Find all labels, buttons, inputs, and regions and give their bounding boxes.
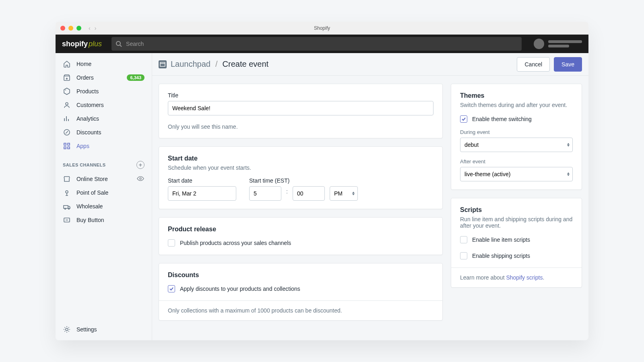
sidebar-item-label: Discounts xyxy=(76,129,144,136)
sidebar-item-orders[interactable]: Orders 6,343 xyxy=(56,71,152,84)
sidebar-item-analytics[interactable]: Analytics xyxy=(56,112,152,125)
enable-line-item-scripts-checkbox[interactable] xyxy=(460,236,467,243)
ampm-select[interactable] xyxy=(330,186,358,201)
sidebar-item-label: Apps xyxy=(76,143,144,149)
breadcrumb-parent[interactable]: Launchpad xyxy=(171,60,211,69)
discounts-icon xyxy=(63,128,71,136)
start-date-sub: Schedule when your event starts. xyxy=(168,165,433,171)
main-area: Launchpad / Create event Cancel Save Tit… xyxy=(152,53,588,340)
gear-icon xyxy=(63,325,71,333)
mac-titlebar: ‹ › Shopify xyxy=(56,22,588,35)
themes-heading: Themes xyxy=(460,92,573,99)
start-minute-input[interactable] xyxy=(293,186,325,201)
forward-icon[interactable]: › xyxy=(95,25,97,31)
publish-products-label: Publish products across your sales chann… xyxy=(180,240,291,246)
channel-label: Buy Button xyxy=(76,217,144,223)
sidebar-item-home[interactable]: Home xyxy=(56,57,152,71)
enable-line-item-scripts-label: Enable line item scripts xyxy=(472,237,530,243)
time-label: Start time (EST) xyxy=(249,177,358,184)
svg-point-0 xyxy=(116,41,120,45)
start-hour-input[interactable] xyxy=(249,186,281,201)
scripts-sub: Run line item and shipping scripts durin… xyxy=(460,216,573,229)
orders-icon xyxy=(63,74,71,82)
search-input[interactable] xyxy=(111,37,522,51)
apply-discounts-label: Apply discounts to your products and col… xyxy=(180,286,300,292)
sidebar-channel-buy-button[interactable]: Buy Button xyxy=(56,213,152,227)
cancel-button[interactable]: Cancel xyxy=(517,57,550,72)
themes-sub: Switch themes during and after your even… xyxy=(460,102,573,108)
enable-theme-switching-checkbox[interactable] xyxy=(460,115,467,123)
discounts-note: Only collections with a maximum of 1000 … xyxy=(168,307,342,314)
svg-line-1 xyxy=(120,45,122,47)
breadcrumb-separator: / xyxy=(215,60,218,69)
close-window-button[interactable] xyxy=(60,26,65,31)
during-event-select[interactable] xyxy=(460,138,573,152)
after-event-label: After event xyxy=(460,158,573,165)
content-scroll[interactable]: Title Only you will see this name. Start… xyxy=(152,76,588,340)
minimize-window-button[interactable] xyxy=(68,26,73,31)
time-colon: : xyxy=(286,188,288,199)
svg-rect-6 xyxy=(64,143,66,145)
svg-rect-8 xyxy=(64,147,66,149)
app-window: ‹ › Shopify shopifyplus Home xyxy=(56,22,588,340)
window-title: Shopify xyxy=(314,25,330,31)
title-card: Title Only you will see this name. xyxy=(159,84,443,138)
sidebar-item-discounts[interactable]: Discounts xyxy=(56,125,152,139)
products-icon xyxy=(63,87,71,95)
home-icon xyxy=(63,60,71,68)
sidebar-item-customers[interactable]: Customers xyxy=(56,98,152,112)
traffic-lights xyxy=(60,26,81,31)
channel-label: Point of Sale xyxy=(76,189,144,196)
customers-icon xyxy=(63,101,71,109)
settings-label: Settings xyxy=(76,326,144,333)
search-icon xyxy=(116,41,122,47)
after-event-select[interactable] xyxy=(460,167,573,181)
title-input[interactable] xyxy=(168,101,433,115)
brand-logo[interactable]: shopifyplus xyxy=(62,40,102,48)
page-header: Launchpad / Create event Cancel Save xyxy=(152,53,588,76)
save-button[interactable]: Save xyxy=(554,57,582,72)
orders-badge: 6,343 xyxy=(127,74,144,81)
start-date-input[interactable] xyxy=(168,186,236,201)
page-title: Create event xyxy=(223,60,269,69)
maximize-window-button[interactable] xyxy=(76,26,81,31)
svg-point-11 xyxy=(66,191,68,193)
svg-point-3 xyxy=(65,90,66,90)
sidebar-item-label: Products xyxy=(76,88,144,95)
channel-label: Wholesale xyxy=(76,203,144,210)
svg-rect-12 xyxy=(64,206,68,208)
launchpad-icon xyxy=(159,60,167,68)
channel-label: Online Store xyxy=(76,176,131,182)
sidebar-item-apps[interactable]: Apps xyxy=(56,139,152,153)
enable-shipping-scripts-checkbox[interactable] xyxy=(460,252,467,259)
date-label: Start date xyxy=(168,177,236,184)
sidebar-channel-online-store[interactable]: Online Store xyxy=(56,172,152,186)
learn-more-text: Learn more about Shopify scripts. xyxy=(460,274,544,281)
breadcrumb: Launchpad / Create event xyxy=(171,60,268,69)
discounts-card: Discounts Apply discounts to your produc… xyxy=(159,263,443,321)
sidebar-item-products[interactable]: Products xyxy=(56,84,152,98)
wholesale-icon xyxy=(63,202,71,210)
shopify-scripts-link[interactable]: Shopify scripts xyxy=(506,274,543,281)
svg-point-4 xyxy=(66,103,68,105)
view-store-icon[interactable] xyxy=(136,175,144,184)
product-release-card: Product release Publish products across … xyxy=(159,217,443,255)
sales-channels-heading: SALES CHANNELS + xyxy=(56,153,152,172)
sidebar: Home Orders 6,343 Products Customers xyxy=(56,53,152,340)
publish-products-checkbox[interactable] xyxy=(168,239,175,247)
svg-rect-17 xyxy=(160,62,165,66)
sidebar-channel-wholesale[interactable]: Wholesale xyxy=(56,200,152,213)
apply-discounts-checkbox[interactable] xyxy=(168,285,175,292)
apps-icon xyxy=(63,142,71,150)
user-menu[interactable] xyxy=(534,39,582,49)
during-event-label: During event xyxy=(460,129,573,135)
sidebar-item-settings[interactable]: Settings xyxy=(56,323,152,336)
svg-point-10 xyxy=(140,178,141,179)
enable-theme-switching-label: Enable theme switching xyxy=(472,116,532,122)
topbar: shopifyplus xyxy=(56,35,588,53)
add-channel-button[interactable]: + xyxy=(136,161,144,169)
product-release-heading: Product release xyxy=(168,226,433,233)
back-icon[interactable]: ‹ xyxy=(89,25,91,31)
sidebar-channel-pos[interactable]: Point of Sale xyxy=(56,186,152,200)
start-date-card: Start date Schedule when your event star… xyxy=(159,146,443,209)
